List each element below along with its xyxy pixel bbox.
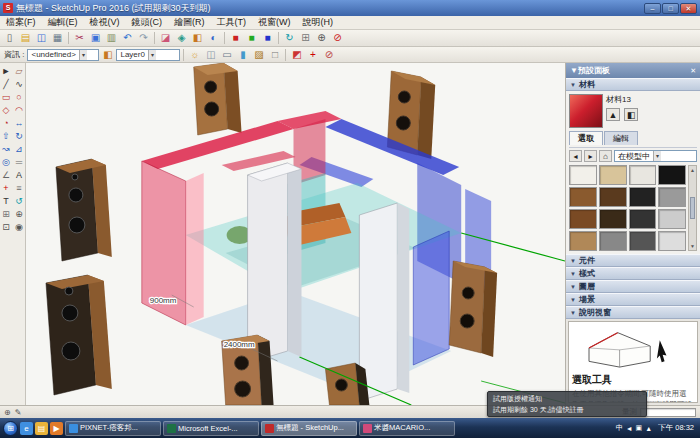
instructor-panel-header[interactable]: ▼ 說明視窗	[566, 306, 700, 319]
material-preview[interactable]	[569, 94, 603, 128]
trial-notification[interactable]: 試用版授權通知 試用期剩餘 30 天,請儘快註冊	[487, 391, 647, 417]
material-swatch[interactable]	[629, 231, 657, 251]
dimension-tool-icon[interactable]: ≡	[13, 182, 25, 194]
protractor-tool-icon[interactable]: ∠	[0, 169, 12, 181]
tape-measure-tool-icon[interactable]: ═	[13, 156, 25, 168]
line-tool-icon[interactable]: ╱	[0, 78, 12, 90]
orbit-tool-icon[interactable]: ↺	[13, 195, 25, 207]
geolocation-icon[interactable]: ⊕	[4, 408, 11, 417]
erase-icon[interactable]: ◪	[158, 31, 173, 45]
menu-draw[interactable]: 繪圖(R)	[168, 16, 211, 29]
text-tool-icon[interactable]: A	[13, 169, 25, 181]
section-plane-icon[interactable]: ◩	[289, 48, 304, 62]
menu-camera[interactable]: 鏡頭(C)	[126, 16, 169, 29]
material-swatch[interactable]	[569, 209, 597, 229]
components-panel-header[interactable]: ▼ 元件	[566, 254, 700, 267]
pan-icon[interactable]: ⊞	[298, 31, 313, 45]
3d-text-tool-icon[interactable]: T	[0, 195, 12, 207]
rotate-tool-icon[interactable]: ↻	[13, 130, 25, 142]
menu-view[interactable]: 檢視(V)	[84, 16, 126, 29]
paint-bucket-icon[interactable]: ◧	[190, 31, 205, 45]
scrollbar-thumb[interactable]	[690, 197, 695, 219]
materials-collection-combo[interactable]: 在模型中 ▾	[614, 150, 697, 162]
material-swatch[interactable]	[658, 209, 686, 229]
measurement-input[interactable]	[640, 408, 696, 417]
material-swatch[interactable]	[599, 187, 627, 207]
claim-icon[interactable]: ✎	[15, 408, 22, 417]
volume-icon[interactable]: ◄	[626, 425, 633, 432]
entity-combo[interactable]: <undefined> ▾	[27, 49, 99, 61]
chevron-down-icon[interactable]: ▾	[653, 151, 661, 161]
media-player-icon[interactable]: ▶	[50, 422, 63, 435]
show-hidden-icons-icon[interactable]: ▲	[645, 425, 652, 432]
network-icon[interactable]: ▣	[636, 424, 643, 432]
arc-tool-icon[interactable]: ◠	[13, 104, 25, 116]
zoom-icon[interactable]: ⊕	[314, 31, 329, 45]
print-icon[interactable]: ▦	[50, 31, 65, 45]
ie-icon[interactable]: e	[20, 422, 33, 435]
tray-close-icon[interactable]: ✕	[690, 67, 696, 75]
taskbar-item-sketchup[interactable]: 無標題 - SketchUp...	[261, 421, 357, 436]
material-swatch[interactable]	[569, 187, 597, 207]
window-titlebar[interactable]: S 無標題 - SketchUp Pro 2016 (試用期剩30天到期) – …	[0, 0, 700, 16]
pie-tool-icon[interactable]: ◔	[0, 117, 12, 129]
shaded-icon[interactable]: ▮	[235, 48, 250, 62]
material-swatch[interactable]	[629, 187, 657, 207]
push-pull-tool-icon[interactable]: ⇧	[0, 130, 12, 142]
ime-icon[interactable]: 中	[616, 423, 623, 433]
follow-me-tool-icon[interactable]: ↝	[0, 143, 12, 155]
shaded-textures-icon[interactable]: ▨	[251, 48, 266, 62]
maximize-button[interactable]: □	[662, 3, 679, 14]
paint-bucket-icon[interactable]: ◧	[100, 48, 115, 62]
undo-icon[interactable]: ↶	[120, 31, 135, 45]
menu-tools[interactable]: 工具(T)	[211, 16, 253, 29]
axes-icon[interactable]: +	[305, 48, 320, 62]
axes-tool-icon[interactable]: +	[0, 182, 12, 194]
rectangle-tool-icon[interactable]: ▭	[0, 91, 12, 103]
material-swatch[interactable]	[658, 231, 686, 251]
layers-panel-header[interactable]: ▼ 圖層	[566, 280, 700, 293]
make-component-icon[interactable]: ◈	[174, 31, 189, 45]
forward-icon[interactable]: ▸	[584, 150, 597, 162]
material-swatch[interactable]	[658, 187, 686, 207]
material-name[interactable]: 材料13	[606, 94, 697, 105]
copy-icon[interactable]: ▣	[88, 31, 103, 45]
taskbar-item-pixnet[interactable]: PIXNET-痞客邦...	[65, 421, 161, 436]
open-folder-icon[interactable]: ▤	[18, 31, 33, 45]
look-around-tool-icon[interactable]: ◉	[13, 221, 25, 233]
taskbar-item-macario[interactable]: 米醬MACARIO...	[359, 421, 455, 436]
layer-combo[interactable]: Layer0 ▾	[116, 49, 180, 61]
select-tool-icon[interactable]: ►	[0, 65, 12, 77]
zoom-tool-icon[interactable]: ⊕	[13, 208, 25, 220]
eraser-tool-icon[interactable]: ▱	[13, 65, 25, 77]
offset-tool-icon[interactable]: ◎	[0, 156, 12, 168]
no-entry-icon[interactable]: ⊘	[330, 31, 345, 45]
materials-scrollbar[interactable]: ▲ ▼	[688, 165, 697, 251]
new-file-icon[interactable]: ▯	[2, 31, 17, 45]
materials-panel-header[interactable]: ▼ 材料	[566, 78, 700, 91]
chevron-down-icon[interactable]: ▾	[79, 50, 87, 60]
orbit-icon[interactable]: ↻	[282, 31, 297, 45]
tab-edit[interactable]: 編輯	[604, 131, 638, 145]
x-ray-icon[interactable]: ◫	[203, 48, 218, 62]
blue-material-icon[interactable]: ■	[260, 31, 275, 45]
polygon-tool-icon[interactable]: ◇	[0, 104, 12, 116]
save-icon[interactable]: ◫	[34, 31, 49, 45]
freehand-tool-icon[interactable]: ∿	[13, 78, 25, 90]
taskbar-item-excel[interactable]: Microsoft Excel-...	[163, 421, 259, 436]
minimize-button[interactable]: –	[644, 3, 661, 14]
cut-icon[interactable]: ✂	[72, 31, 87, 45]
hide-rest-icon[interactable]: ⊘	[321, 48, 336, 62]
back-icon[interactable]: ◂	[569, 150, 582, 162]
taskbar-clock[interactable]: 下午 08:32	[655, 423, 697, 433]
menu-help[interactable]: 說明(H)	[297, 16, 340, 29]
home-icon[interactable]: ⌂	[599, 150, 612, 162]
material-swatch[interactable]	[569, 165, 597, 185]
material-swatch[interactable]	[629, 209, 657, 229]
monochrome-icon[interactable]: □	[267, 48, 282, 62]
chevron-down-icon[interactable]: ▾	[148, 50, 156, 60]
red-material-icon[interactable]: ■	[228, 31, 243, 45]
menu-edit[interactable]: 編輯(E)	[42, 16, 84, 29]
tab-select[interactable]: 選取	[569, 131, 603, 145]
wireframe-icon[interactable]: ▭	[219, 48, 234, 62]
